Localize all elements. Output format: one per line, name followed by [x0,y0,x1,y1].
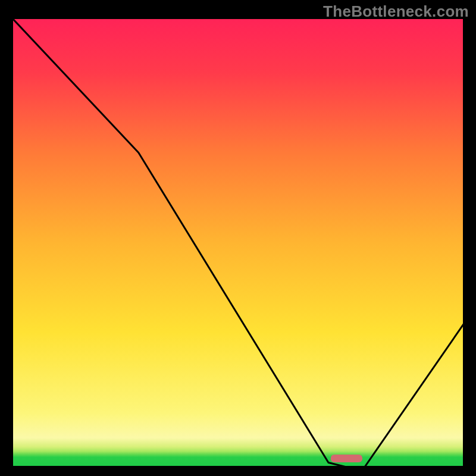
optimal-marker [331,455,362,462]
chart-frame: TheBottleneck.com [0,0,476,476]
watermark-text: TheBottleneck.com [323,2,469,21]
gradient-background [12,18,464,467]
bottleneck-chart [0,0,476,476]
